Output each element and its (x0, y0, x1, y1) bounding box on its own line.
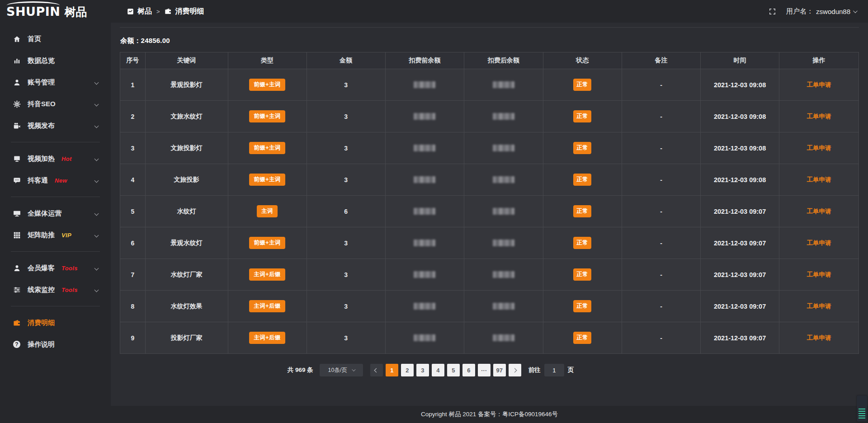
cell-status: 正常 (543, 164, 622, 196)
ticket-apply-link[interactable]: 工单申请 (807, 334, 831, 341)
table-row: 2文旅水纹灯前缀+主词3正常-2021-12-03 09:08工单申请 (120, 101, 859, 132)
page-button-5[interactable]: 5 (447, 364, 460, 376)
cell-keyword: 景观投影灯 (145, 69, 228, 101)
page-button-97[interactable]: 97 (493, 364, 506, 376)
floating-widget[interactable] (857, 395, 867, 422)
user-menu[interactable]: 用户名： zswodun88 (786, 7, 856, 16)
sidebar-item-consume-detail[interactable]: 消费明细 (0, 312, 111, 334)
page-size-select[interactable]: 10条/页 (320, 364, 363, 376)
censored-balance (493, 208, 514, 215)
cell-index: 3 (120, 132, 146, 164)
breadcrumb-home[interactable]: 树品 (137, 7, 152, 16)
cell-status: 正常 (543, 101, 622, 132)
table-body: 1景观投影灯前缀+主词3正常-2021-12-03 09:08工单申请2文旅水纹… (120, 69, 859, 354)
footer: Copyright 树品 2021 备案号：粤ICP备09019646号 (111, 406, 868, 423)
table-row: 1景观投影灯前缀+主词3正常-2021-12-03 09:08工单申请 (120, 69, 859, 101)
cell-amount: 3 (307, 259, 385, 291)
sidebar-item-douketong[interactable]: 抖客通New (0, 169, 111, 191)
chevron-down-icon (94, 211, 99, 216)
cell-remark: - (622, 101, 701, 132)
ticket-apply-link[interactable]: 工单申请 (807, 176, 831, 183)
topbar-right: 用户名： zswodun88 (769, 7, 868, 16)
goto-page-input[interactable] (544, 364, 564, 376)
censored-balance (414, 303, 435, 310)
type-badge: 前缀+主词 (249, 174, 285, 186)
cell-index: 2 (120, 101, 146, 132)
ticket-apply-link[interactable]: 工单申请 (807, 303, 831, 310)
cell-action: 工单申请 (779, 291, 859, 322)
cell-keyword: 水纹灯 (145, 196, 228, 227)
sidebar-divider (11, 251, 100, 252)
sidebar-item-matrix-boost[interactable]: 矩阵助推VIP (0, 224, 111, 246)
cell-type: 前缀+主词 (228, 132, 307, 164)
cell-balance-after (464, 259, 543, 291)
cell-time: 2021-12-03 09:07 (701, 291, 779, 322)
table-row: 7水纹灯厂家主词+后缀3正常-2021-12-03 09:07工单申请 (120, 259, 859, 291)
censored-balance (493, 334, 514, 341)
cell-keyword: 文旅水纹灯 (145, 101, 228, 132)
cell-balance-after (464, 291, 543, 322)
sidebar-item-help[interactable]: ?操作说明 (0, 334, 111, 355)
next-page-button[interactable] (509, 364, 521, 376)
monitor-icon (13, 209, 21, 217)
sidebar-item-account-manage[interactable]: 账号管理 (0, 71, 111, 93)
type-badge: 前缀+主词 (249, 79, 285, 91)
ticket-apply-link[interactable]: 工单申请 (807, 113, 831, 120)
chevron-down-icon (94, 287, 99, 292)
ticket-apply-link[interactable]: 工单申请 (807, 208, 831, 215)
table-row: 3文旅投影灯前缀+主词3正常-2021-12-03 09:08工单申请 (120, 132, 859, 164)
breadcrumb: 树品 > 消费明细 (127, 7, 204, 16)
cell-keyword: 文旅投影 (145, 164, 228, 196)
censored-balance (414, 81, 435, 88)
status-badge: 正常 (573, 300, 591, 312)
censored-balance (414, 113, 435, 120)
fullscreen-icon[interactable] (769, 8, 776, 15)
censored-balance (493, 145, 514, 151)
page-button-2[interactable]: 2 (401, 364, 414, 376)
column-header: 时间 (701, 52, 779, 69)
wallet-icon (165, 8, 172, 15)
cell-amount: 3 (307, 322, 385, 354)
sidebar-item-media-operation[interactable]: 全媒体运营 (0, 202, 111, 224)
page-button-6[interactable]: 6 (462, 364, 475, 376)
pagination-more-button[interactable]: ··· (478, 364, 491, 376)
type-badge: 主词+后缀 (249, 332, 285, 344)
sidebar-item-label: 抖客通 (28, 176, 48, 185)
cell-amount: 3 (307, 132, 385, 164)
sidebar-divider (11, 142, 100, 142)
sidebar-item-video-publish[interactable]: 视频发布 (0, 115, 111, 136)
cell-time: 2021-12-03 09:07 (701, 259, 779, 291)
cell-index: 4 (120, 164, 146, 196)
sidebar-item-member-burst[interactable]: 会员爆客Tools (0, 257, 111, 279)
dashboard-icon (127, 8, 134, 15)
cell-action: 工单申请 (779, 259, 859, 291)
cell-index: 1 (120, 69, 146, 101)
sidebar-item-home[interactable]: 首页 (0, 28, 111, 50)
column-header: 金额 (307, 52, 385, 69)
sidebar-item-video-heat[interactable]: 视频加热Hot (0, 148, 111, 169)
prev-page-button[interactable] (370, 364, 383, 376)
chevron-down-icon (94, 102, 99, 106)
cell-type: 主词+后缀 (228, 259, 307, 291)
censored-balance (414, 145, 435, 151)
chevron-down-icon (352, 367, 355, 371)
cell-remark: - (622, 227, 701, 259)
sliders-icon (13, 286, 21, 294)
sidebar-item-clue-monitor[interactable]: 线索监控Tools (0, 279, 111, 301)
ticket-apply-link[interactable]: 工单申请 (807, 271, 831, 278)
cell-balance-before (385, 132, 464, 164)
page-button-4[interactable]: 4 (432, 364, 444, 376)
ticket-apply-link[interactable]: 工单申请 (807, 240, 831, 246)
cell-type: 前缀+主词 (228, 69, 307, 101)
sidebar-item-douyin-seo[interactable]: 抖音SEO (0, 93, 111, 115)
sidebar-item-data-overview[interactable]: 数据总览 (0, 50, 111, 71)
ticket-apply-link[interactable]: 工单申请 (807, 145, 831, 151)
chevron-down-icon (94, 178, 99, 183)
brand-logo[interactable]: SHUPIN 树品 (0, 5, 111, 18)
cell-status: 正常 (543, 259, 622, 291)
ticket-apply-link[interactable]: 工单申请 (807, 81, 831, 88)
page-button-3[interactable]: 3 (416, 364, 429, 376)
cell-balance-after (464, 69, 543, 101)
balance-label: 余额： (120, 37, 141, 44)
page-button-1[interactable]: 1 (386, 364, 398, 376)
